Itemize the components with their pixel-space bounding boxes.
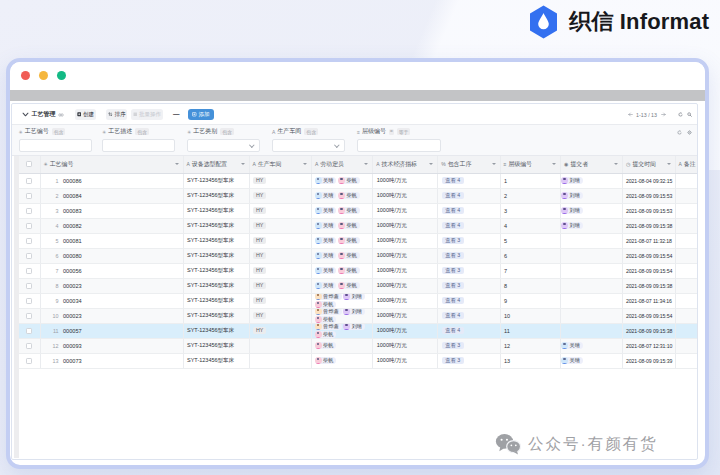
grid-body: 1000086SYT-123456型车床HY吴晴柴帆1000吨/万元查看 41刘… [19,174,697,369]
column-menu-caret-icon[interactable] [241,163,245,165]
filter-input[interactable] [19,139,93,152]
cell-submit-time: 2021-08-09 09:15:53 [623,204,676,218]
row-checkbox[interactable] [26,208,32,214]
row-checkbox[interactable] [26,193,32,199]
column-label: 劳动定员 [320,160,344,169]
cell-indicator: 1000吨/万元 [373,279,438,293]
column-header-7[interactable]: ≡层级编号 [501,156,562,173]
add-record-button[interactable]: 添加 [188,109,214,121]
filter-select[interactable] [272,139,345,152]
next-page-icon[interactable] [661,112,666,117]
column-menu-caret-icon[interactable] [492,163,496,165]
column-menu-caret-icon[interactable] [552,163,556,165]
row-checkbox[interactable] [26,268,32,274]
prev-page-icon[interactable] [628,112,633,117]
column-header-2[interactable]: A设备选型配置 [184,156,250,173]
column-header-3[interactable]: A生产车间 [250,156,313,173]
staff-chips: 柴帆 [315,342,373,350]
table-row[interactable]: 3000083SYT-123456型车床HY吴晴柴帆1000吨/万元查看 43刘… [19,204,697,219]
table-row[interactable]: 4000082SYT-123456型车床HY吴晴柴帆1000吨/万元查看 44刘… [19,219,697,234]
view-procedures-button[interactable]: 查看 3 [442,342,464,349]
maximize-window-button[interactable] [57,71,66,80]
cell-submit-time: 2021-08-07 11:32:18 [623,234,676,248]
column-header-4[interactable]: A劳动定员 [312,156,373,173]
row-checkbox[interactable] [26,253,32,259]
close-window-button[interactable] [21,71,30,80]
submit-time: 2021-08-07 11:34:16 [626,298,672,304]
column-header-6[interactable]: %包含工序 [438,156,500,173]
view-procedures-button[interactable]: 查看 4 [442,207,464,214]
column-header-8[interactable]: ◉提交者 [561,156,623,173]
table-row[interactable]: 13000073SYT-123456型车床柴帆1000吨/万元查看 313吴晴2… [19,354,697,369]
avatar-body [339,183,343,184]
level-value: 9 [504,298,507,304]
process-code: 000086 [63,178,82,184]
view-procedures-button[interactable]: 查看 4 [442,192,464,199]
filter-reset-icon[interactable] [677,130,682,135]
table-row[interactable]: 1000086SYT-123456型车床HY吴晴柴帆1000吨/万元查看 41刘… [19,174,697,189]
equipment-value: SYT-123456型车床 [187,192,234,199]
avatar [338,252,345,259]
table-row[interactable]: 10000023SYT-123456型车床HY曾烨鑫刘晴柴帆1000吨/万元查看… [19,309,697,324]
row-checkbox[interactable] [26,238,32,244]
row-checkbox[interactable] [26,298,32,304]
person-chip: 吴晴 [315,267,337,274]
table-row[interactable]: 5000081SYT-123456型车床HY吴晴柴帆1000吨/万元查看 352… [19,234,697,249]
filter-settings-icon[interactable] [687,130,692,135]
view-procedures-button[interactable]: 查看 4 [442,222,464,229]
view-procedures-button[interactable]: 查看 3 [442,267,464,274]
column-menu-caret-icon[interactable] [429,163,433,165]
refresh-icon[interactable] [678,112,683,117]
table-row[interactable]: 8000023SYT-123456型车床HY吴晴柴帆1000吨/万元查看 382… [19,279,697,294]
sort-button[interactable]: 排序 [106,109,127,120]
batch-actions-button[interactable]: 批量操作 [131,109,163,120]
row-checkbox[interactable] [26,223,32,229]
submit-time: 2021-08-09 09:15:38 [626,328,672,334]
view-procedures-button[interactable]: 查看 4 [442,312,464,319]
row-checkbox[interactable] [26,178,32,184]
column-menu-caret-icon[interactable] [303,163,307,165]
table-row[interactable]: 12000093SYT-123456型车床柴帆1000吨/万元查看 312吴晴2… [19,339,697,354]
filter-select[interactable] [187,139,260,152]
column-menu-caret-icon[interactable] [614,163,618,165]
column-menu-caret-icon[interactable] [667,163,671,165]
row-checkbox[interactable] [26,343,32,349]
table-row[interactable]: 7000056SYT-123456型车床HY吴晴柴帆1000吨/万元查看 372… [19,264,697,279]
row-checkbox[interactable] [26,358,32,364]
column-header-1[interactable]: ✳工艺编号 [41,156,184,173]
table-row[interactable]: 2000084SYT-123456型车床HY吴晴柴帆1000吨/万元查看 42刘… [19,189,697,204]
row-checkbox[interactable] [26,313,32,319]
view-procedures-button[interactable]: 查看 4 [442,327,464,334]
select-all-checkbox[interactable] [26,161,32,167]
view-procedures-button[interactable]: 查看 4 [442,297,464,304]
column-menu-caret-icon[interactable] [175,163,179,165]
view-procedures-button[interactable]: 查看 3 [442,237,464,244]
view-procedures-button[interactable]: 查看 4 [442,177,464,184]
column-menu-caret-icon[interactable] [364,163,368,165]
person-chip: 吴晴 [315,192,337,199]
table-row[interactable]: 11000057SYT-123456型车床HY曾烨鑫刘晴柴帆1000吨/万元查看… [19,324,697,339]
filter-input[interactable] [357,139,441,152]
row-checkbox[interactable] [26,283,32,289]
cell-procedures: 查看 4 [438,204,500,218]
share-icon[interactable] [58,112,64,118]
filter-operator: 等于 [397,128,411,135]
equipment-value: SYT-123456型车床 [187,327,234,334]
minimize-window-button[interactable] [39,71,48,80]
column-header-5[interactable]: A技术经济指标 [373,156,438,173]
search-icon[interactable] [687,112,692,117]
create-button[interactable]: 创建 [75,109,96,120]
view-procedures-button[interactable]: 查看 3 [442,282,464,289]
table-row[interactable]: 6000080SYT-123456型车床HY吴晴柴帆1000吨/万元查看 362… [19,249,697,264]
more-actions-button[interactable]: — [173,111,180,118]
table-row[interactable]: 9000034SYT-123456型车床HY曾烨鑫刘晴柴帆1000吨/万元查看 … [19,294,697,309]
submit-time: 2021-08-07 11:32:18 [626,238,672,244]
view-procedures-button[interactable]: 查看 3 [442,357,464,364]
filter-bar-icons [672,130,692,135]
column-header-9[interactable]: ◷提交时间 [623,156,676,173]
row-checkbox[interactable] [26,328,32,334]
view-procedures-button[interactable]: 查看 3 [442,252,464,259]
collapse-chevron-icon[interactable] [22,111,29,118]
filter-input[interactable] [102,139,175,152]
column-header-10[interactable]: A备注 [676,156,697,173]
